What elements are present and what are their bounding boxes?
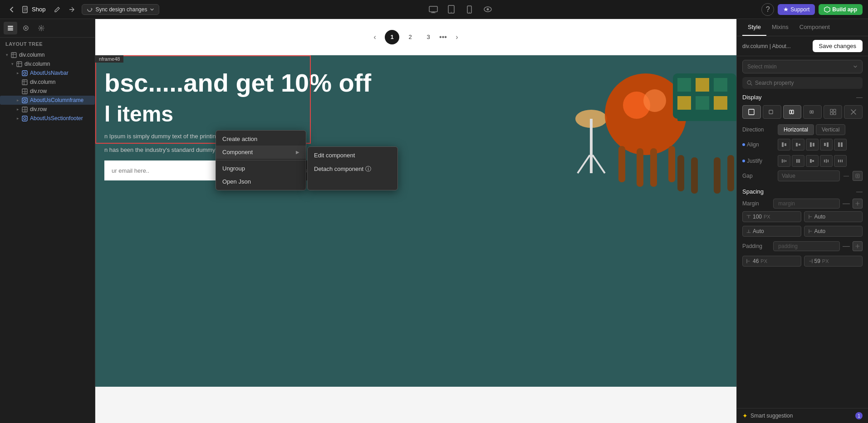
margin-values-row2: Auto Auto [737, 224, 868, 238]
context-menu-ungroup[interactable]: Ungroup [216, 162, 306, 175]
main-layout: LAYOUT TREE ▾ div.column ▾ div.column ▸ [0, 19, 868, 423]
preview-button[interactable] [481, 3, 494, 16]
right-tab-style[interactable]: Style [742, 19, 766, 36]
context-menu-component[interactable]: Component ▶ [216, 146, 306, 159]
tree-item-aboutus-columnframe[interactable]: ▸ AboutUsColumnframe [0, 96, 95, 105]
svg-rect-58 [834, 112, 836, 115]
margin-top-value[interactable]: 100 PX [742, 211, 801, 222]
support-button[interactable]: Support [778, 4, 815, 15]
tree-label-columnframe: AboutUsColumnframe [30, 97, 83, 103]
margin-right-num: Auto [814, 214, 826, 220]
display-flex-btn[interactable] [783, 105, 802, 119]
spacing-section-header: Spacing — [737, 183, 868, 198]
context-submenu-edit-component[interactable]: Edit component [308, 149, 397, 162]
margin-dash: — [843, 199, 850, 208]
sidebar-tab-settings[interactable] [34, 22, 48, 34]
padding-field[interactable]: padding [773, 241, 840, 251]
build-app-button[interactable]: Build app [819, 4, 863, 15]
sync-button[interactable]: Sync design changes [82, 4, 159, 15]
svg-rect-20 [22, 98, 27, 103]
padding-left-unit: PX [760, 258, 767, 264]
margin-expand-btn[interactable] [853, 199, 863, 209]
right-sidebar-tabs: Style Mixins Component [737, 19, 868, 36]
page-2-button[interactable]: 2 [403, 30, 417, 44]
svg-point-13 [25, 27, 27, 29]
margin-field[interactable]: margin [773, 199, 840, 209]
spacing-collapse-button[interactable]: — [856, 188, 863, 195]
context-submenu-detach-component[interactable]: Detach component ⓘ [308, 162, 397, 176]
search-property-input[interactable] [755, 80, 858, 86]
canvas-nav: ‹ 1 2 3 ••• › [95, 19, 736, 55]
margin-left-value[interactable]: Auto [804, 226, 863, 237]
svg-rect-79 [840, 160, 841, 162]
justify-btn-3[interactable] [806, 155, 819, 167]
sidebar-tab-components[interactable] [19, 22, 33, 34]
page-dots: ••• [439, 33, 447, 41]
direction-horizontal-btn[interactable]: Horizontal [778, 124, 814, 135]
right-tab-component[interactable]: Component [794, 19, 835, 36]
svg-rect-14 [11, 53, 16, 58]
page-3-button[interactable]: 3 [421, 30, 436, 44]
padding-left-value[interactable]: 46 PX [742, 256, 801, 267]
padding-right-value[interactable]: 59 PX [804, 256, 863, 267]
help-button[interactable]: ? [761, 3, 774, 16]
display-grid-btn[interactable] [824, 105, 842, 119]
justify-btn-5[interactable] [834, 155, 847, 167]
context-menu-separator [216, 160, 306, 160]
align-btn-5[interactable] [834, 139, 847, 151]
tree-item-div-column-2[interactable]: ▾ div.column [0, 59, 95, 68]
display-block-btn[interactable] [742, 105, 761, 119]
tree-item-div-column-1[interactable]: ▾ div.column [0, 50, 95, 59]
page-1-button[interactable]: 1 [385, 30, 399, 44]
mixin-select[interactable]: Select mixin [742, 60, 863, 73]
padding-expand-btn[interactable] [853, 241, 863, 251]
align-row: Align [737, 137, 868, 152]
margin-right-icon [808, 214, 813, 219]
page-next-button[interactable]: › [451, 31, 463, 44]
canvas-content[interactable]: nframe48 bsc.....and get 10% off l items… [95, 55, 736, 423]
display-inline-flex-btn[interactable] [803, 105, 822, 119]
svg-rect-62 [799, 144, 800, 146]
align-btn-1[interactable] [778, 139, 790, 151]
display-none-btn[interactable] [844, 105, 863, 119]
tree-item-aboutus-navbar[interactable]: ▸ AboutUsNavbar [0, 68, 95, 78]
align-btn-3[interactable] [806, 139, 819, 151]
justify-btn-2[interactable] [792, 155, 804, 167]
justify-btn-4[interactable] [820, 155, 833, 167]
display-inline-block-btn[interactable] [763, 105, 781, 119]
padding-right-num: 59 [814, 258, 820, 264]
justify-btn-1[interactable] [778, 155, 790, 167]
tree-item-div-column-3[interactable]: ▸ div.column [0, 78, 95, 87]
tree-item-div-row-1[interactable]: ▸ div.row [0, 87, 95, 96]
back-button[interactable] [5, 3, 18, 16]
direction-label: Direction [742, 126, 774, 133]
mobile-view-button[interactable] [463, 3, 476, 16]
margin-bottom-value[interactable]: Auto [742, 226, 801, 237]
smart-suggestion-bar[interactable]: ✦ Smart suggestion 1 [737, 408, 868, 423]
svg-rect-56 [834, 109, 836, 112]
context-menu-open-json[interactable]: Open Json [216, 175, 306, 188]
div-row-icon-2 [21, 107, 28, 112]
tree-item-div-row-2[interactable]: ▸ div.row [0, 105, 95, 114]
gap-expand-btn[interactable] [853, 171, 863, 181]
tablet-view-button[interactable] [445, 3, 458, 16]
desktop-view-button[interactable] [427, 3, 440, 16]
more-options-button[interactable] [65, 3, 78, 16]
direction-vertical-btn[interactable]: Vertical [816, 124, 845, 135]
page-prev-button[interactable]: ‹ [368, 31, 381, 44]
headline-text: bsc.....and get 10% off [95, 64, 736, 102]
margin-right-value[interactable]: Auto [804, 211, 863, 222]
sidebar-tab-layers[interactable] [4, 22, 17, 34]
save-changes-button[interactable]: Save changes [813, 40, 863, 52]
right-tab-mixins[interactable]: Mixins [766, 19, 794, 36]
tree-item-aboutus-sectionfooter[interactable]: ▸ AboutUsSectionfooter [0, 114, 95, 123]
align-btn-2[interactable] [792, 139, 804, 151]
context-menu-create-action[interactable]: Create action [216, 132, 306, 146]
align-btn-4[interactable] [820, 139, 833, 151]
smart-suggestion-badge: 1 [855, 412, 863, 419]
edit-icon-button[interactable] [51, 3, 64, 16]
sync-label: Sync design changes [95, 6, 147, 13]
gap-value[interactable]: Value [778, 170, 840, 181]
direction-buttons: Horizontal Vertical [778, 124, 845, 135]
display-collapse-button[interactable]: — [856, 93, 863, 101]
